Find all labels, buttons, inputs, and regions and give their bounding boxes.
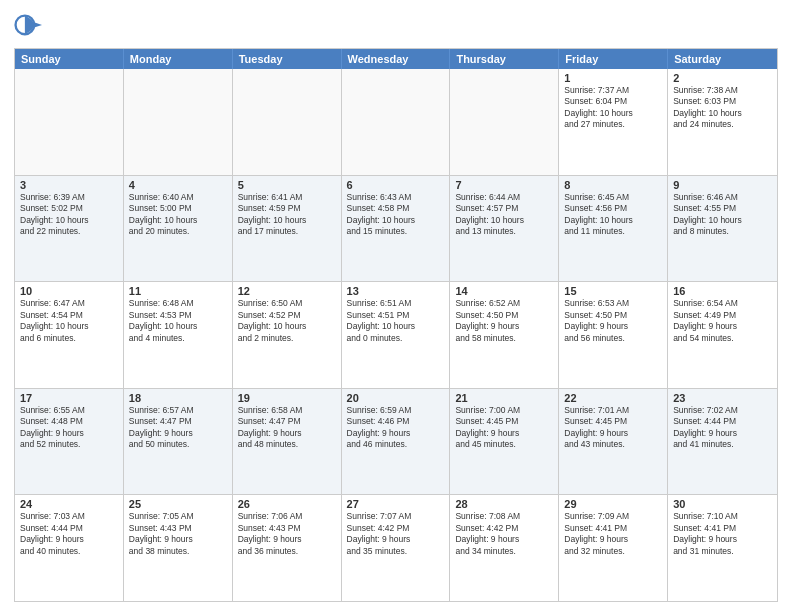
day-number: 11: [129, 285, 227, 297]
day-cell-11: 11Sunrise: 6:48 AM Sunset: 4:53 PM Dayli…: [124, 282, 233, 388]
day-number: 21: [455, 392, 553, 404]
day-number: 26: [238, 498, 336, 510]
day-number: 27: [347, 498, 445, 510]
day-number: 19: [238, 392, 336, 404]
day-info: Sunrise: 7:37 AM Sunset: 6:04 PM Dayligh…: [564, 85, 662, 131]
day-info: Sunrise: 7:10 AM Sunset: 4:41 PM Dayligh…: [673, 511, 772, 557]
day-info: Sunrise: 6:57 AM Sunset: 4:47 PM Dayligh…: [129, 405, 227, 451]
day-number: 29: [564, 498, 662, 510]
day-number: 15: [564, 285, 662, 297]
day-cell-27: 27Sunrise: 7:07 AM Sunset: 4:42 PM Dayli…: [342, 495, 451, 601]
day-number: 24: [20, 498, 118, 510]
day-cell-3: 3Sunrise: 6:39 AM Sunset: 5:02 PM Daylig…: [15, 176, 124, 282]
day-header-saturday: Saturday: [668, 49, 777, 69]
week-row-2: 3Sunrise: 6:39 AM Sunset: 5:02 PM Daylig…: [15, 175, 777, 282]
day-info: Sunrise: 7:38 AM Sunset: 6:03 PM Dayligh…: [673, 85, 772, 131]
day-info: Sunrise: 6:48 AM Sunset: 4:53 PM Dayligh…: [129, 298, 227, 344]
day-info: Sunrise: 6:47 AM Sunset: 4:54 PM Dayligh…: [20, 298, 118, 344]
day-number: 28: [455, 498, 553, 510]
svg-marker-1: [33, 22, 42, 28]
empty-cell: [15, 69, 124, 175]
day-info: Sunrise: 7:03 AM Sunset: 4:44 PM Dayligh…: [20, 511, 118, 557]
day-number: 1: [564, 72, 662, 84]
day-cell-26: 26Sunrise: 7:06 AM Sunset: 4:43 PM Dayli…: [233, 495, 342, 601]
day-number: 25: [129, 498, 227, 510]
empty-cell: [450, 69, 559, 175]
day-cell-14: 14Sunrise: 6:52 AM Sunset: 4:50 PM Dayli…: [450, 282, 559, 388]
day-info: Sunrise: 6:40 AM Sunset: 5:00 PM Dayligh…: [129, 192, 227, 238]
day-header-tuesday: Tuesday: [233, 49, 342, 69]
day-cell-9: 9Sunrise: 6:46 AM Sunset: 4:55 PM Daylig…: [668, 176, 777, 282]
day-headers: SundayMondayTuesdayWednesdayThursdayFrid…: [15, 49, 777, 69]
week-row-1: 1Sunrise: 7:37 AM Sunset: 6:04 PM Daylig…: [15, 69, 777, 175]
day-info: Sunrise: 7:01 AM Sunset: 4:45 PM Dayligh…: [564, 405, 662, 451]
day-number: 7: [455, 179, 553, 191]
day-info: Sunrise: 6:54 AM Sunset: 4:49 PM Dayligh…: [673, 298, 772, 344]
day-info: Sunrise: 6:43 AM Sunset: 4:58 PM Dayligh…: [347, 192, 445, 238]
day-number: 23: [673, 392, 772, 404]
week-row-3: 10Sunrise: 6:47 AM Sunset: 4:54 PM Dayli…: [15, 281, 777, 388]
day-info: Sunrise: 7:05 AM Sunset: 4:43 PM Dayligh…: [129, 511, 227, 557]
week-row-4: 17Sunrise: 6:55 AM Sunset: 4:48 PM Dayli…: [15, 388, 777, 495]
day-info: Sunrise: 6:55 AM Sunset: 4:48 PM Dayligh…: [20, 405, 118, 451]
day-info: Sunrise: 7:00 AM Sunset: 4:45 PM Dayligh…: [455, 405, 553, 451]
day-info: Sunrise: 6:59 AM Sunset: 4:46 PM Dayligh…: [347, 405, 445, 451]
day-cell-28: 28Sunrise: 7:08 AM Sunset: 4:42 PM Dayli…: [450, 495, 559, 601]
day-info: Sunrise: 6:41 AM Sunset: 4:59 PM Dayligh…: [238, 192, 336, 238]
header: [14, 10, 778, 42]
week-row-5: 24Sunrise: 7:03 AM Sunset: 4:44 PM Dayli…: [15, 494, 777, 601]
day-header-thursday: Thursday: [450, 49, 559, 69]
day-cell-19: 19Sunrise: 6:58 AM Sunset: 4:47 PM Dayli…: [233, 389, 342, 495]
day-info: Sunrise: 7:02 AM Sunset: 4:44 PM Dayligh…: [673, 405, 772, 451]
logo-icon: [14, 14, 42, 42]
day-info: Sunrise: 7:07 AM Sunset: 4:42 PM Dayligh…: [347, 511, 445, 557]
day-header-friday: Friday: [559, 49, 668, 69]
day-info: Sunrise: 6:44 AM Sunset: 4:57 PM Dayligh…: [455, 192, 553, 238]
day-number: 5: [238, 179, 336, 191]
day-info: Sunrise: 6:45 AM Sunset: 4:56 PM Dayligh…: [564, 192, 662, 238]
day-cell-17: 17Sunrise: 6:55 AM Sunset: 4:48 PM Dayli…: [15, 389, 124, 495]
day-cell-1: 1Sunrise: 7:37 AM Sunset: 6:04 PM Daylig…: [559, 69, 668, 175]
day-info: Sunrise: 6:53 AM Sunset: 4:50 PM Dayligh…: [564, 298, 662, 344]
day-info: Sunrise: 6:39 AM Sunset: 5:02 PM Dayligh…: [20, 192, 118, 238]
day-number: 12: [238, 285, 336, 297]
day-number: 16: [673, 285, 772, 297]
day-number: 14: [455, 285, 553, 297]
day-info: Sunrise: 7:08 AM Sunset: 4:42 PM Dayligh…: [455, 511, 553, 557]
day-cell-30: 30Sunrise: 7:10 AM Sunset: 4:41 PM Dayli…: [668, 495, 777, 601]
day-info: Sunrise: 7:06 AM Sunset: 4:43 PM Dayligh…: [238, 511, 336, 557]
day-cell-8: 8Sunrise: 6:45 AM Sunset: 4:56 PM Daylig…: [559, 176, 668, 282]
day-number: 20: [347, 392, 445, 404]
day-cell-24: 24Sunrise: 7:03 AM Sunset: 4:44 PM Dayli…: [15, 495, 124, 601]
day-cell-4: 4Sunrise: 6:40 AM Sunset: 5:00 PM Daylig…: [124, 176, 233, 282]
day-number: 8: [564, 179, 662, 191]
day-cell-12: 12Sunrise: 6:50 AM Sunset: 4:52 PM Dayli…: [233, 282, 342, 388]
day-number: 13: [347, 285, 445, 297]
day-info: Sunrise: 6:58 AM Sunset: 4:47 PM Dayligh…: [238, 405, 336, 451]
day-cell-5: 5Sunrise: 6:41 AM Sunset: 4:59 PM Daylig…: [233, 176, 342, 282]
day-cell-25: 25Sunrise: 7:05 AM Sunset: 4:43 PM Dayli…: [124, 495, 233, 601]
empty-cell: [342, 69, 451, 175]
day-number: 30: [673, 498, 772, 510]
day-number: 6: [347, 179, 445, 191]
day-number: 4: [129, 179, 227, 191]
day-cell-29: 29Sunrise: 7:09 AM Sunset: 4:41 PM Dayli…: [559, 495, 668, 601]
day-cell-15: 15Sunrise: 6:53 AM Sunset: 4:50 PM Dayli…: [559, 282, 668, 388]
day-cell-7: 7Sunrise: 6:44 AM Sunset: 4:57 PM Daylig…: [450, 176, 559, 282]
calendar: SundayMondayTuesdayWednesdayThursdayFrid…: [14, 48, 778, 602]
day-number: 18: [129, 392, 227, 404]
day-header-monday: Monday: [124, 49, 233, 69]
page: SundayMondayTuesdayWednesdayThursdayFrid…: [0, 0, 792, 612]
day-number: 3: [20, 179, 118, 191]
day-number: 17: [20, 392, 118, 404]
day-header-sunday: Sunday: [15, 49, 124, 69]
day-number: 22: [564, 392, 662, 404]
day-cell-21: 21Sunrise: 7:00 AM Sunset: 4:45 PM Dayli…: [450, 389, 559, 495]
day-cell-6: 6Sunrise: 6:43 AM Sunset: 4:58 PM Daylig…: [342, 176, 451, 282]
day-info: Sunrise: 7:09 AM Sunset: 4:41 PM Dayligh…: [564, 511, 662, 557]
empty-cell: [124, 69, 233, 175]
day-info: Sunrise: 6:50 AM Sunset: 4:52 PM Dayligh…: [238, 298, 336, 344]
logo: [14, 14, 46, 42]
empty-cell: [233, 69, 342, 175]
day-cell-2: 2Sunrise: 7:38 AM Sunset: 6:03 PM Daylig…: [668, 69, 777, 175]
